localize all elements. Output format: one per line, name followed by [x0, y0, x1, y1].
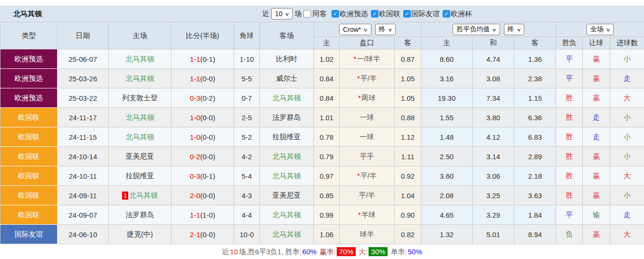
away-odds-cell: 1.05 [395, 69, 421, 88]
away-odds-cell: 1.04 [395, 186, 421, 205]
away-team-name[interactable]: 比利时 [276, 55, 297, 63]
match-row: 欧洲预选25-06-07北马其顿1-1(0-1)1-10比利时1.02*一/球半… [0, 49, 644, 69]
away-team-name[interactable]: 北马其顿 [273, 211, 301, 219]
home-team-name[interactable]: 北马其顿 [126, 74, 154, 82]
odds-source-select[interactable]: Crow* ∨ [339, 24, 371, 35]
competition-type-cell[interactable]: 欧国联 [0, 166, 57, 186]
home-team-name[interactable]: 亚美尼亚 [126, 152, 154, 160]
subheader-handicap: 盘口 [340, 37, 395, 49]
corners-cell: 1-10 [234, 49, 260, 69]
match-row: 欧国联24-11-15北马其顿1-0(0-0)5-2拉脱维亚0.78一球1.12… [0, 127, 644, 147]
full-score: 1-0 [190, 133, 200, 141]
mean-home-cell: 4.65 [421, 205, 473, 225]
competition-type-cell[interactable]: 欧国联 [0, 147, 57, 166]
home-odds-cell: 1.06 [314, 225, 340, 244]
odds-group-header: Crow* ∨ 终 ∨ [314, 22, 421, 37]
score-cell: 1-1(0-1) [171, 49, 234, 69]
score-cell: 2-0(0-0) [171, 186, 234, 205]
mean-group-header: 胜平负均值 ∨ 终 ∨ [421, 22, 556, 37]
same-venue-label: 同客 [313, 10, 327, 19]
away-team-name[interactable]: 北马其顿 [273, 152, 301, 160]
matches-label: 场 [294, 10, 302, 19]
away-team-name[interactable]: 北马其顿 [273, 230, 301, 238]
competition-checkbox[interactable]: ✓ [371, 10, 379, 18]
home-odds-cell: 0.84 [314, 69, 340, 88]
competition-checkbox[interactable]: ✓ [331, 10, 339, 18]
home-team-name[interactable]: 列支敦士登 [122, 94, 158, 102]
result-cell: 胜 [556, 166, 583, 186]
competition-checkbox[interactable]: ✓ [403, 10, 411, 18]
handicap-cell: 一球 [340, 108, 395, 127]
chevron-down-icon: ∨ [516, 27, 521, 32]
away-team-name[interactable]: 法罗群岛 [273, 113, 301, 121]
mean-time-value: 终 [508, 25, 514, 34]
away-team-name[interactable]: 拉脱维亚 [273, 133, 301, 141]
subheader-goals: 进球数 [610, 37, 644, 49]
home-team-name[interactable]: 北马其顿 [126, 55, 154, 63]
handicap-result-cell: 走 [583, 127, 610, 147]
competition-type-cell[interactable]: 欧洲预选 [0, 69, 57, 88]
home-team-name[interactable]: 北马其顿 [129, 191, 158, 199]
mean-source-select[interactable]: 胜平负均值 ∨ [453, 24, 500, 35]
home-team-name[interactable]: 北马其顿 [126, 133, 154, 141]
chevron-down-icon: ∨ [492, 27, 497, 32]
asterisk-marker: * [357, 74, 360, 82]
away-team-name[interactable]: 北马其顿 [273, 94, 301, 102]
recent-count-select[interactable]: 10 ∨ [271, 8, 293, 19]
subheader-handicap-result: 让球 [583, 37, 610, 49]
competition-type-cell[interactable]: 欧国联 [0, 108, 57, 127]
score-cell: 2-1(0-0) [171, 225, 234, 244]
half-score: (0-0) [200, 230, 216, 239]
mean-time-select[interactable]: 终 ∨ [504, 24, 524, 35]
away-odds-cell: 0.90 [395, 205, 421, 225]
match-row: 欧国联24-10-11拉脱维亚0-3(0-1)5-4北马其顿0.97*平/半0.… [0, 166, 644, 186]
handicap-cell: 球半 [340, 225, 395, 244]
match-row: 欧洲预选25-03-26北马其顿1-1(0-0)5-5威尔士0.84*平/半1.… [0, 69, 644, 88]
home-team-cell: 北马其顿 [109, 49, 171, 69]
home-team-name[interactable]: 捷克(中) [127, 230, 153, 238]
away-team-name[interactable]: 亚美尼亚 [273, 191, 301, 199]
odds-time-select[interactable]: 终 ∨ [375, 24, 396, 35]
match-table-body: 欧洲预选25-06-07北马其顿1-1(0-1)1-10比利时1.02*一/球半… [0, 49, 644, 244]
competition-type-cell[interactable]: 欧国联 [0, 127, 57, 147]
home-team-name[interactable]: 北马其顿 [126, 113, 154, 121]
half-score: (0-1) [200, 55, 216, 63]
competition-label: 欧洲预选 [340, 10, 368, 19]
away-team-cell: 威尔士 [260, 69, 314, 88]
competition-type-cell[interactable]: 欧国联 [0, 205, 57, 225]
competition-type-cell[interactable]: 欧洲预选 [0, 88, 57, 108]
away-team-name[interactable]: 北马其顿 [273, 172, 301, 180]
header-away: 客场 [260, 22, 314, 49]
full-score: 2-1 [190, 230, 200, 239]
subheader-result: 胜负 [556, 37, 583, 49]
competition-type-cell[interactable]: 国际友谊 [0, 225, 57, 244]
home-odds-cell: 1.02 [314, 49, 340, 69]
away-odds-cell: 1.12 [395, 127, 421, 147]
date-cell: 24-09-11 [57, 186, 109, 205]
away-team-name[interactable]: 威尔士 [276, 74, 297, 82]
home-odds-cell: 1.01 [314, 108, 340, 127]
handicap-text: 平/半 [360, 74, 377, 82]
subheader-odds-away: 客 [395, 37, 421, 49]
handicap-cell: 平手 [340, 147, 395, 166]
half-score: (0-0) [200, 75, 216, 83]
handicap-cell: 平/半 [340, 186, 395, 205]
match-row: 欧国联24-11-17北马其顿1-0(0-0)2-5法罗群岛1.01一球0.88… [0, 108, 644, 127]
mean-away-cell: 1.15 [514, 88, 556, 108]
match-row: 国际友谊24-06-10捷克(中)2-1(0-0)10-0北马其顿1.06球半0… [0, 225, 644, 244]
home-team-cell: 列支敦士登 [109, 88, 171, 108]
competition-type-cell[interactable]: 欧洲预选 [0, 49, 57, 69]
competition-type-cell[interactable]: 欧国联 [0, 186, 57, 205]
handicap-result-cell: 走 [583, 108, 610, 127]
corners-cell: 4-3 [234, 186, 260, 205]
handicap-text: 平/半 [360, 172, 377, 180]
handicap-text: 一球 [360, 113, 374, 121]
same-venue-checkbox[interactable] [303, 10, 311, 18]
home-team-name[interactable]: 拉脱维亚 [126, 172, 154, 180]
mean-home-cell: 8.60 [421, 49, 473, 69]
mean-home-cell: 19.30 [421, 88, 473, 108]
scope-select[interactable]: 全场 ∨ [587, 24, 614, 35]
handicap-text: 半球 [361, 211, 376, 219]
competition-checkbox[interactable]: ✓ [443, 10, 450, 18]
home-team-name[interactable]: 法罗群岛 [126, 211, 154, 219]
